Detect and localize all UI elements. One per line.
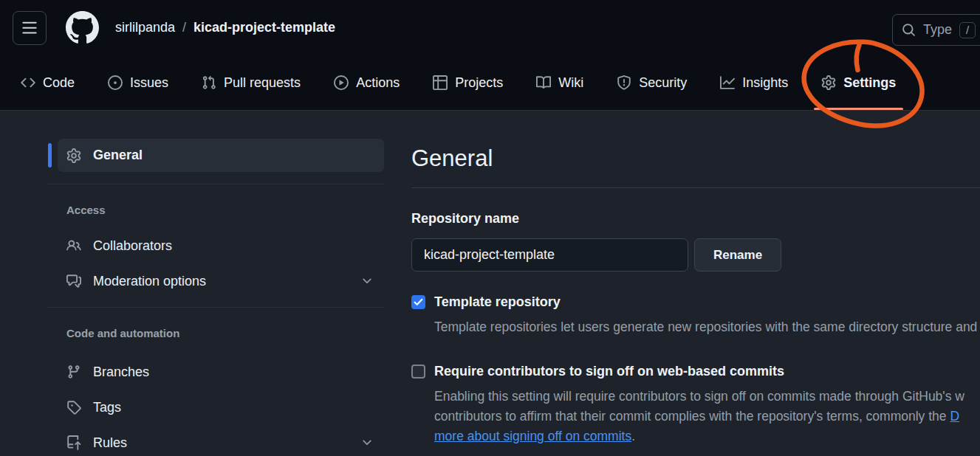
chevron-down-icon: [360, 436, 374, 449]
active-tab-underline: [814, 108, 903, 110]
play-icon: [334, 75, 349, 90]
tab-code[interactable]: Code: [12, 55, 83, 110]
sidebar-item-tags[interactable]: Tags: [58, 396, 384, 418]
title-divider: [411, 187, 980, 188]
description-line-1: Enabling this setting will require contr…: [434, 387, 980, 407]
settings-main: General Repository name Rename Template …: [411, 111, 980, 446]
breadcrumb: sirlilpanda / kicad-project-template: [115, 20, 335, 35]
sidebar-item-label: Moderation options: [93, 274, 206, 289]
tab-issues[interactable]: Issues: [99, 55, 177, 110]
active-item-accent-bar: [48, 143, 52, 167]
search-placeholder: Type: [923, 22, 952, 38]
book-icon: [536, 75, 551, 90]
description-line-2: contributors to affirm that their commit…: [434, 407, 980, 426]
github-logo[interactable]: [66, 11, 99, 44]
chevron-down-icon: [360, 274, 374, 288]
graph-icon: [720, 75, 735, 90]
search-input[interactable]: Type /: [892, 14, 980, 46]
people-icon: [66, 238, 81, 253]
app-header: sirlilpanda / kicad-project-template Typ…: [0, 0, 980, 111]
tab-wiki[interactable]: Wiki: [527, 55, 592, 110]
sidebar-item-label: General: [93, 148, 143, 163]
web-commit-signoff-description: Enabling this setting will require contr…: [434, 387, 980, 446]
tab-settings[interactable]: Settings: [812, 55, 905, 110]
three-bars-icon: [21, 20, 38, 36]
tab-insights[interactable]: Insights: [711, 55, 797, 110]
check-icon: [414, 298, 423, 306]
description-line-3: more about signing off on commits.: [434, 426, 980, 446]
template-repository-checkbox[interactable]: [411, 295, 425, 309]
breadcrumb-separator: /: [182, 20, 186, 35]
sidebar-item-collaborators[interactable]: Collaborators: [58, 235, 384, 257]
sidebar-item-branches[interactable]: Branches: [58, 361, 384, 383]
sidebar-item-general[interactable]: General: [58, 139, 384, 172]
sidebar-divider: [48, 307, 384, 308]
issue-opened-icon: [108, 75, 123, 90]
sidebar-divider: [48, 184, 384, 184]
dco-link[interactable]: D: [950, 409, 959, 424]
github-settings-page: sirlilpanda / kicad-project-template Typ…: [0, 0, 980, 456]
shield-icon: [617, 75, 631, 90]
tab-pull-requests[interactable]: Pull requests: [193, 55, 309, 110]
gear-icon: [66, 148, 81, 163]
breadcrumb-repo-link[interactable]: kicad-project-template: [193, 20, 335, 35]
tag-icon: [66, 400, 81, 415]
sidebar-item-label: Branches: [93, 365, 149, 380]
gear-icon: [821, 75, 836, 90]
sidebar-item-rules[interactable]: Rules: [58, 432, 384, 454]
section-header-code-and-automation: Code and automation: [66, 327, 384, 340]
repo-push-icon: [66, 435, 81, 450]
tab-projects[interactable]: Projects: [424, 55, 512, 110]
web-commit-signoff-label: Require contributors to sign off on web-…: [434, 364, 784, 379]
tab-actions[interactable]: Actions: [325, 55, 408, 110]
code-icon: [21, 75, 35, 90]
sidebar-item-moderation-options[interactable]: Moderation options: [58, 270, 384, 292]
git-branch-icon: [66, 365, 81, 379]
template-repository-description: Template repositories let users generate…: [434, 317, 980, 337]
repo-nav: Code Issues Pull requests Actions Projec…: [0, 55, 980, 111]
repository-name-label: Repository name: [411, 211, 980, 227]
repository-name-input[interactable]: [411, 238, 688, 272]
template-repository-label: Template repository: [434, 294, 561, 310]
hamburger-menu-button[interactable]: [13, 11, 47, 45]
tab-security[interactable]: Security: [608, 55, 696, 110]
search-icon: [902, 23, 916, 37]
section-header-access: Access: [66, 204, 384, 217]
sidebar-item-label: Tags: [93, 400, 121, 415]
slash-shortcut-hint: /: [959, 22, 976, 38]
header-top-row: sirlilpanda / kicad-project-template Typ…: [0, 0, 980, 55]
comment-discussion-icon: [66, 274, 81, 289]
git-pull-request-icon: [202, 75, 216, 90]
page-title: General: [411, 143, 980, 173]
settings-sidebar: General Access Collaborators Moderation …: [0, 111, 397, 454]
web-commit-signoff-checkbox[interactable]: [411, 365, 425, 379]
breadcrumb-owner-link[interactable]: sirlilpanda: [115, 20, 175, 35]
signoff-learn-more-link[interactable]: more about signing off on commits: [434, 429, 631, 443]
table-icon: [433, 75, 448, 90]
sidebar-item-label: Collaborators: [93, 238, 172, 254]
rename-button[interactable]: Rename: [694, 238, 781, 272]
sidebar-item-label: Rules: [93, 435, 127, 451]
